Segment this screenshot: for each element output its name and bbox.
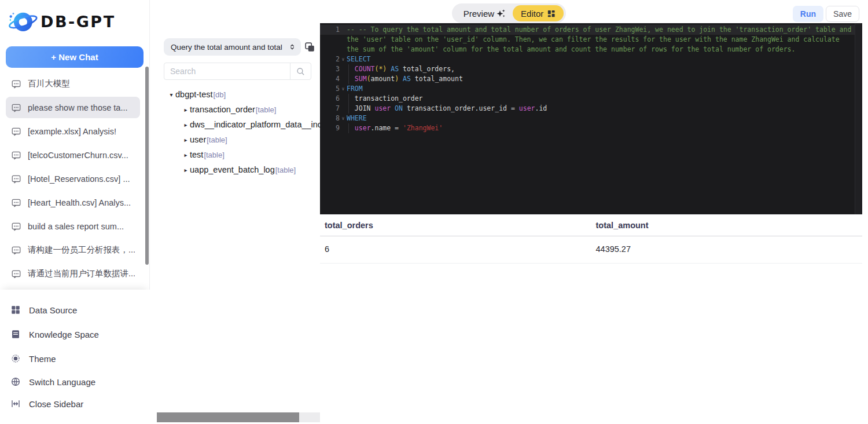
- tree-children: ▸transaction_order[table]▸dws__indicator…: [150, 102, 320, 177]
- code-text: -- -- To query the total amount and tota…: [347, 25, 862, 35]
- chat-item-label: 百川大模型: [28, 78, 70, 89]
- fold-gutter: [340, 74, 347, 84]
- preview-tab-label: Preview: [464, 9, 494, 19]
- chat-bubble-icon: [11, 221, 21, 232]
- table-search-box: [164, 63, 311, 80]
- table-node-label: transaction_order: [190, 105, 255, 114]
- explorer-horizontal-scrollbar-track[interactable]: [157, 412, 320, 422]
- caret-right-icon[interactable]: ▸: [182, 122, 190, 128]
- chat-item-label: [telcoCustomerChurn.csv...: [28, 151, 128, 160]
- chat-history-item[interactable]: [Hotel_Reservations.csv] ...: [6, 168, 140, 189]
- chat-bubble-icon: [11, 198, 21, 208]
- chat-item-label: [Heart_Health.csv] Analys...: [28, 198, 131, 207]
- sidebar-vertical-scrollbar[interactable]: [145, 67, 149, 265]
- caret-right-icon[interactable]: ▸: [182, 137, 190, 143]
- code-line: 8∨WHERE: [320, 114, 862, 123]
- new-chat-button[interactable]: + New Chat: [6, 46, 144, 68]
- fold-chevron-icon[interactable]: ∨: [340, 114, 347, 123]
- data-source-icon: [10, 305, 21, 315]
- caret-right-icon[interactable]: ▸: [182, 152, 190, 158]
- chat-item-label: please show me those ta...: [28, 103, 128, 112]
- knowledge-icon: [10, 329, 21, 339]
- code-line: 1-- -- To query the total amount and tot…: [320, 25, 862, 35]
- chat-bubble-icon: [11, 79, 21, 89]
- run-button[interactable]: Run: [793, 6, 823, 22]
- tab-editor[interactable]: Editor: [513, 5, 564, 21]
- sidebar-item-switch-language[interactable]: Switch Language: [0, 371, 150, 393]
- fold-gutter: [340, 64, 347, 74]
- chat-bubble-icon: [11, 150, 21, 160]
- sidebar-item-close-sidebar[interactable]: Close Sidebar: [0, 393, 150, 415]
- line-number: 4: [320, 74, 340, 84]
- chat-history-item[interactable]: [telcoCustomerChurn.csv...: [6, 144, 140, 166]
- table-node-label: user: [190, 135, 206, 144]
- tab-preview[interactable]: Preview: [455, 9, 513, 19]
- fold-chevron-icon[interactable]: ∨: [340, 84, 347, 94]
- code-line: 5∨FROM: [320, 84, 862, 94]
- chat-history-item[interactable]: please show me those ta...: [6, 97, 140, 118]
- sidebar-item-theme[interactable]: Theme: [0, 346, 150, 371]
- result-column-header: total_amount: [591, 215, 863, 236]
- tree-node-table[interactable]: ▸user[table]: [150, 132, 320, 147]
- chat-bubble-icon: [11, 245, 21, 255]
- sidebar-item-data-source[interactable]: Data Source: [0, 298, 150, 322]
- chat-history-item[interactable]: 请通过当前用户订单数据讲...: [6, 263, 140, 278]
- table-node-tag: [table]: [204, 151, 224, 159]
- tree-node-table[interactable]: ▸test[table]: [150, 147, 320, 162]
- line-number: 3: [320, 64, 340, 74]
- chat-history-item[interactable]: build a sales report sum...: [6, 215, 140, 237]
- explorer-horizontal-scrollbar-thumb[interactable]: [157, 412, 299, 422]
- code-line: the sum of the 'amount' column for the t…: [320, 45, 862, 54]
- line-number: 1: [320, 25, 340, 35]
- menu-item-label: Theme: [29, 354, 56, 364]
- caret-down-icon[interactable]: ▾: [167, 92, 175, 98]
- tree-node-table[interactable]: ▸transaction_order[table]: [150, 102, 320, 117]
- copy-sql-button[interactable]: [303, 41, 316, 53]
- menu-item-label: Data Source: [29, 305, 77, 315]
- code-text: user.name = 'ZhangWei': [347, 123, 862, 133]
- table-search-input[interactable]: [164, 63, 290, 79]
- line-number: 9: [320, 123, 340, 133]
- fold-chevron-icon[interactable]: ∨: [340, 54, 347, 64]
- round-select[interactable]: Query the total amount and total: [164, 38, 301, 56]
- code-line: 2∨SELECT: [320, 54, 862, 64]
- schema-tree: ▾ dbgpt-test[db] ▸transaction_order[tabl…: [150, 87, 320, 177]
- code-text: transaction_order: [347, 94, 862, 104]
- editor-tab-label: Editor: [521, 9, 543, 19]
- table-node-tag: [table]: [275, 166, 296, 174]
- sql-code-editor[interactable]: 1-- -- To query the total amount and tot…: [320, 23, 862, 214]
- caret-right-icon[interactable]: ▸: [182, 107, 190, 113]
- fold-gutter: [340, 104, 347, 114]
- brand-name: DB-GPT: [41, 13, 116, 31]
- code-line: the 'user' table on the 'user_id' column…: [320, 35, 862, 45]
- language-icon: [10, 377, 21, 387]
- tree-node-db[interactable]: ▾ dbgpt-test[db]: [150, 87, 320, 102]
- fold-gutter: [340, 35, 347, 45]
- code-line: 3 COUNT(*) AS total_orders,: [320, 64, 862, 74]
- save-button[interactable]: Save: [826, 6, 859, 22]
- chat-history-item[interactable]: [example.xlsx] Analysis!: [6, 120, 140, 142]
- sidebar-item-knowledge-space[interactable]: Knowledge Space: [0, 322, 150, 346]
- chat-history-item[interactable]: 请构建一份员工分析报表，...: [6, 239, 140, 261]
- menu-item-label: Knowledge Space: [29, 330, 99, 339]
- tree-node-table[interactable]: ▸dws__indicator_platform_data__incr: [150, 117, 320, 132]
- result-cell: 6: [320, 236, 591, 264]
- fold-gutter: [340, 123, 347, 133]
- result-cell: 44395.27: [591, 236, 863, 264]
- tree-node-table[interactable]: ▸uapp_event_batch_log[table]: [150, 162, 320, 177]
- result-column-header: total_orders: [320, 215, 591, 236]
- editor-minimap[interactable]: [855, 23, 862, 214]
- code-text: SUM(amount) AS total_amount: [347, 74, 862, 84]
- planet-logo-icon: [7, 6, 38, 37]
- code-text: COUNT(*) AS total_orders,: [347, 64, 862, 74]
- caret-right-icon[interactable]: ▸: [182, 167, 190, 173]
- code-line: 7 JOIN user ON transaction_order.user_id…: [320, 104, 862, 114]
- line-number: 8: [320, 114, 340, 123]
- line-number: 6: [320, 94, 340, 104]
- chat-history-item[interactable]: [Heart_Health.csv] Analys...: [6, 192, 140, 213]
- db-node-label: dbgpt-test: [175, 90, 213, 99]
- app-window: DB-GPT + New Chat 百川大模型please show me th…: [0, 0, 868, 424]
- search-icon[interactable]: [290, 63, 311, 79]
- chat-history-item[interactable]: 百川大模型: [6, 73, 140, 94]
- code-text: JOIN user ON transaction_order.user_id =…: [347, 104, 862, 114]
